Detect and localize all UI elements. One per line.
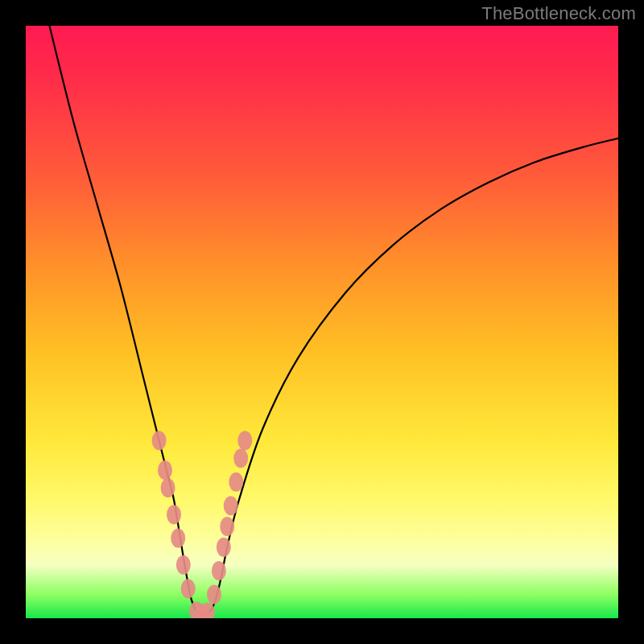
marker-dot — [152, 431, 167, 450]
marker-dot — [237, 431, 252, 450]
chart-stage: TheBottleneck.com — [0, 0, 644, 644]
marker-dot — [167, 505, 181, 524]
marker-dot — [233, 448, 248, 468]
highlighted-points — [152, 431, 253, 618]
plot-area — [26, 26, 618, 618]
bottleneck-curve — [49, 26, 618, 615]
marker-dot — [220, 517, 234, 536]
marker-dot — [207, 585, 221, 605]
marker-dot — [176, 555, 191, 575]
marker-dot — [158, 460, 172, 480]
watermark-text: TheBottleneck.com — [481, 3, 636, 24]
marker-dot — [161, 478, 175, 497]
marker-dot — [224, 496, 238, 515]
marker-dot — [171, 529, 185, 548]
marker-dot — [181, 579, 196, 598]
marker-dot — [229, 473, 243, 492]
marker-dot — [217, 538, 231, 557]
curve-layer — [26, 26, 618, 618]
marker-dot — [212, 561, 226, 580]
